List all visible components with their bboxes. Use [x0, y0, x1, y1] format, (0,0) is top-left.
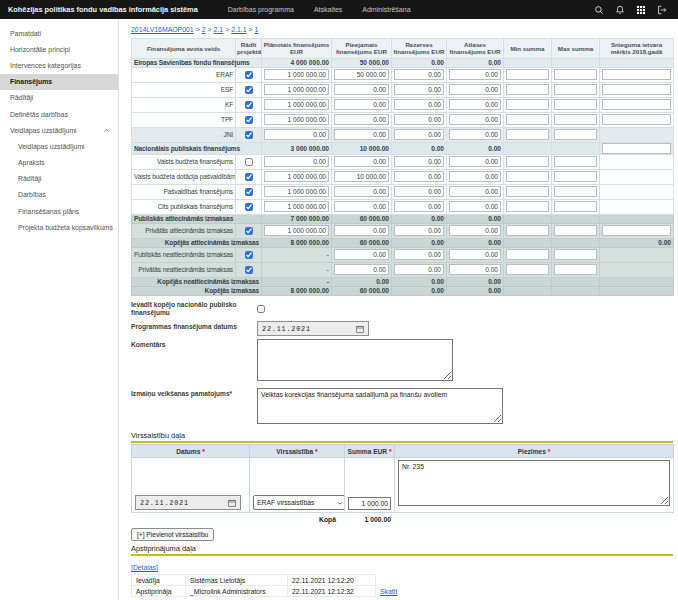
reserve-amount-input[interactable] [394, 84, 444, 95]
selection-amount-input[interactable] [449, 114, 501, 125]
planned-amount-input[interactable] [264, 201, 329, 212]
reserve-amount-input[interactable] [394, 114, 444, 125]
selection-amount-input[interactable] [449, 186, 501, 197]
details-link[interactable]: [Detaļas] [131, 564, 158, 571]
sidebar-item[interactable]: Projekta budžeta kopsavilkums [0, 219, 118, 235]
available-amount-input[interactable] [334, 201, 389, 212]
reserve-amount-input[interactable] [394, 156, 444, 167]
virssaistiba-date-input[interactable]: 22.11.2021 [135, 495, 241, 510]
min-amount-input[interactable] [506, 84, 549, 95]
max-amount-input[interactable] [554, 99, 597, 110]
max-amount-input[interactable] [554, 69, 597, 80]
planned-amount-input[interactable] [264, 99, 329, 110]
show-in-project-checkbox[interactable] [245, 86, 253, 94]
available-amount-input[interactable] [334, 156, 389, 167]
sidebar-item[interactable]: Intervences kategorijas [0, 57, 118, 73]
target-2018-amount-input[interactable] [602, 84, 671, 95]
show-in-project-checkbox[interactable] [245, 158, 253, 166]
target-2018-amount-input[interactable] [602, 114, 671, 125]
virssaistiba-type-select[interactable]: ERAF virssaistības [253, 495, 347, 510]
sidebar-item[interactable]: Horizontālie principi [0, 41, 118, 57]
notifications-bell-icon[interactable] [612, 2, 628, 18]
available-amount-input[interactable] [334, 69, 389, 80]
selection-amount-input[interactable] [449, 264, 501, 275]
show-in-project-checkbox[interactable] [245, 227, 253, 235]
selection-amount-input[interactable] [449, 84, 501, 95]
virssaistiba-amount-input[interactable] [348, 497, 391, 510]
search-icon[interactable] [591, 2, 607, 18]
reserve-amount-input[interactable] [394, 129, 444, 140]
planned-amount-input[interactable] [264, 114, 329, 125]
selection-amount-input[interactable] [449, 171, 501, 182]
sidebar-item[interactable]: Veidlapas uzstādījumi [0, 122, 118, 138]
available-amount-input[interactable] [334, 225, 389, 236]
available-amount-input[interactable] [334, 249, 389, 260]
reserve-amount-input[interactable] [394, 225, 444, 236]
min-amount-input[interactable] [506, 69, 549, 80]
logout-icon[interactable] [654, 2, 670, 18]
reserve-amount-input[interactable] [394, 99, 444, 110]
reserve-amount-input[interactable] [394, 249, 444, 260]
max-amount-input[interactable] [554, 225, 597, 236]
sidebar-item[interactable]: Finansējums [0, 74, 118, 90]
reserve-amount-input[interactable] [394, 201, 444, 212]
show-in-project-checkbox[interactable] [245, 131, 253, 139]
min-amount-input[interactable] [506, 264, 549, 275]
max-amount-input[interactable] [554, 156, 597, 167]
breadcrumb-link[interactable]: 2014LV16MAOP001 [131, 26, 194, 33]
max-amount-input[interactable] [554, 84, 597, 95]
max-amount-input[interactable] [554, 186, 597, 197]
planned-amount-input[interactable] [264, 225, 329, 236]
top-menu-item[interactable]: Administrēšana [362, 6, 410, 13]
selection-amount-input[interactable] [449, 129, 501, 140]
selection-amount-input[interactable] [449, 156, 501, 167]
planned-amount-input[interactable] [264, 84, 329, 95]
sidebar-item[interactable]: Rādītāji [0, 90, 118, 106]
reserve-amount-input[interactable] [394, 264, 444, 275]
breadcrumb-link[interactable]: 2 [202, 26, 206, 33]
planned-amount-input[interactable] [264, 171, 329, 182]
show-in-project-checkbox[interactable] [245, 101, 253, 109]
show-in-project-checkbox[interactable] [245, 71, 253, 79]
sidebar-item[interactable]: Rādītāji [0, 171, 118, 187]
min-amount-input[interactable] [506, 249, 549, 260]
target-2018-amount-input[interactable] [602, 99, 671, 110]
min-amount-input[interactable] [506, 201, 549, 212]
planned-amount-input[interactable] [264, 156, 329, 167]
planned-amount-input[interactable] [264, 186, 329, 197]
target-2018-amount-input[interactable] [602, 225, 671, 236]
max-amount-input[interactable] [554, 201, 597, 212]
breadcrumb-link[interactable]: 2.1 [214, 26, 224, 33]
min-amount-input[interactable] [506, 225, 549, 236]
top-menu-item[interactable]: Darbības programma [228, 6, 294, 13]
selection-amount-input[interactable] [449, 99, 501, 110]
planned-amount-input[interactable] [264, 129, 329, 140]
target-2018-amount-input[interactable] [602, 143, 671, 154]
min-amount-input[interactable] [506, 114, 549, 125]
available-amount-input[interactable] [334, 99, 389, 110]
available-amount-input[interactable] [334, 84, 389, 95]
available-amount-input[interactable] [334, 186, 389, 197]
breadcrumb-link[interactable]: 1 [255, 26, 259, 33]
min-amount-input[interactable] [506, 99, 549, 110]
sidebar-item[interactable]: Pamatdati [0, 25, 118, 41]
national-total-checkbox[interactable] [257, 305, 265, 313]
available-amount-input[interactable] [334, 264, 389, 275]
sidebar-item[interactable]: Veidlapas uzstādījumi [0, 138, 118, 154]
virssaistiba-notes-textarea[interactable]: Nr. 235 [398, 460, 670, 506]
target-2018-amount-input[interactable] [602, 69, 671, 80]
min-amount-input[interactable] [506, 171, 549, 182]
planned-amount-input[interactable] [264, 69, 329, 80]
selection-amount-input[interactable] [449, 201, 501, 212]
max-amount-input[interactable] [554, 129, 597, 140]
min-amount-input[interactable] [506, 129, 549, 140]
apps-grid-icon[interactable] [633, 2, 649, 18]
min-amount-input[interactable] [506, 156, 549, 167]
program-date-input[interactable]: 22.11.2021 [257, 321, 369, 336]
change-reason-textarea[interactable]: Veiktas korekcijas finansējuma sadalījum… [257, 388, 503, 424]
top-menu-item[interactable]: Atskaites [314, 6, 342, 13]
show-in-project-checkbox[interactable] [245, 251, 253, 259]
max-amount-input[interactable] [554, 114, 597, 125]
comment-textarea[interactable] [257, 339, 453, 381]
view-link[interactable]: Skatīt [380, 588, 397, 595]
